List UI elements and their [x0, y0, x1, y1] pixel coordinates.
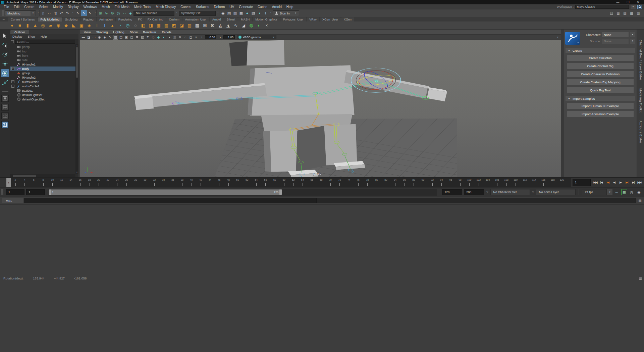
toggle-channel-box-icon[interactable]: ▥: [635, 10, 641, 16]
poly-text-icon[interactable]: T: [94, 22, 100, 29]
workspace-lock-icon[interactable]: [637, 5, 642, 9]
playback-end-field[interactable]: 120: [442, 189, 462, 195]
timeline-ruler[interactable]: 2468101214161820222426283032343638404244…: [6, 178, 571, 187]
snowflake-icon[interactable]: ◌: [132, 22, 139, 29]
poly-cylinder-icon[interactable]: ▮: [24, 22, 31, 29]
outliner-horizontal-scrollbar[interactable]: [10, 174, 75, 177]
character-set-select[interactable]: No Character Set: [490, 189, 530, 195]
scroll-up-icon[interactable]: ▲: [75, 44, 78, 47]
create-control-rig-button[interactable]: Create Control Rig: [567, 63, 634, 69]
render-current-frame-icon[interactable]: ▤: [226, 10, 232, 16]
grid-toggle-corner-icon[interactable]: ▦: [639, 276, 644, 280]
symmetry-field[interactable]: Symmetry: Off: [179, 11, 216, 16]
viewport-3d-scene[interactable]: persp: [80, 40, 561, 177]
select-tool[interactable]: [1, 32, 9, 40]
delete-history-icon[interactable]: ×: [263, 22, 270, 29]
outliner-item-body[interactable]: +Body: [10, 67, 75, 71]
play-backwards-button[interactable]: ◀: [611, 179, 617, 185]
shelf-tab-animation-user[interactable]: Animation_User: [182, 17, 209, 21]
outliner-item-nurbscircle4[interactable]: +nurbsCircle4: [10, 84, 75, 88]
animation-preferences-icon[interactable]: ◉: [636, 189, 642, 195]
outliner-menu-help[interactable]: Help: [38, 35, 50, 38]
menu-modify[interactable]: Modify: [51, 5, 65, 9]
menu-windows[interactable]: Windows: [81, 5, 99, 9]
launch-hypershade-icon[interactable]: ◑: [256, 10, 262, 16]
menu-select[interactable]: Select: [37, 5, 51, 9]
safe-action-icon[interactable]: ◱: [140, 35, 145, 40]
bookmark-icon[interactable]: ◉: [97, 35, 102, 40]
menu-mesh-tools[interactable]: Mesh Tools: [132, 5, 153, 9]
anim-layer-select[interactable]: No Anim Layer: [536, 189, 576, 195]
poly-helix-icon[interactable]: ◈: [86, 22, 93, 29]
poly-pyramid-icon[interactable]: ◣: [70, 22, 77, 29]
render-settings-icon[interactable]: ▧: [250, 10, 256, 16]
step-forward-frame-button[interactable]: ▶|: [630, 179, 636, 185]
measure-icon[interactable]: ◢: [240, 22, 247, 29]
lasso-tool[interactable]: [1, 41, 9, 49]
outliner-vertical-scrollbar[interactable]: ▲ ▼: [75, 44, 78, 174]
rotate-tool[interactable]: [1, 69, 9, 77]
workspace-caret-icon[interactable]: ▼: [631, 5, 636, 9]
source-caret-icon[interactable]: ▼: [630, 39, 635, 44]
expand-icon[interactable]: +: [11, 67, 14, 70]
shelf-tab-animation[interactable]: Animation: [97, 17, 115, 21]
new-scene-icon[interactable]: ▯: [40, 10, 46, 16]
reduce-icon[interactable]: ◪: [178, 22, 185, 29]
command-line-language-button[interactable]: MEL: [2, 198, 23, 203]
outliner-expand-icon[interactable]: [11, 40, 14, 43]
isolate-select-icon[interactable]: ◻: [188, 35, 193, 40]
outliner-menu-display[interactable]: Display: [10, 35, 25, 38]
current-frame-marker[interactable]: 1: [6, 178, 11, 187]
expand-icon[interactable]: +: [11, 85, 14, 88]
pendulum-icon[interactable]: ◔: [117, 22, 123, 29]
paint-select-tool[interactable]: [1, 50, 9, 58]
right-tab-modeling-toolkit[interactable]: Modeling Toolkit: [639, 88, 642, 113]
redo-icon[interactable]: ↷: [64, 10, 70, 16]
viewport-menu-show[interactable]: Show: [127, 30, 141, 34]
toggle-tool-settings-icon[interactable]: ▩: [629, 10, 635, 16]
right-tab-channel-box-layer-editor[interactable]: Channel Box / Layer Editor: [639, 40, 642, 80]
open-scene-icon[interactable]: ▱: [46, 10, 52, 16]
source-select[interactable]: None: [602, 39, 629, 44]
pause-viewport-icon[interactable]: ‖: [262, 10, 268, 16]
shelf-tab-mash[interactable]: MASH: [238, 17, 252, 21]
smooth-icon[interactable]: ◩: [171, 22, 177, 29]
shelf-tab-curves-surfaces[interactable]: Curves / Surfaces: [8, 17, 38, 21]
play-forwards-button[interactable]: ▶: [618, 179, 624, 185]
range-grip[interactable]: [1, 189, 3, 195]
timeline-settings-icon[interactable]: ▦: [621, 189, 627, 195]
script-editor-icon[interactable]: ▤: [637, 198, 643, 203]
outliner-item-front[interactable]: front: [10, 53, 75, 58]
gamma-icon[interactable]: ◑: [217, 35, 222, 40]
snap-curve-icon[interactable]: ∿: [103, 10, 109, 16]
shadows-icon[interactable]: ▒: [172, 35, 177, 40]
outliner-item-group[interactable]: group: [10, 71, 75, 75]
live-surface-field[interactable]: No Live Surface: [133, 11, 174, 16]
safe-title-icon[interactable]: T: [145, 35, 150, 40]
two-pane-layout-button[interactable]: [1, 113, 9, 119]
extract-icon[interactable]: ▨: [186, 22, 193, 29]
toggle-attribute-editor-icon[interactable]: ▨: [622, 10, 628, 16]
menu-arnold[interactable]: Arnold: [270, 5, 284, 9]
grid-toggle-icon[interactable]: ▦: [113, 35, 118, 40]
section-header-create[interactable]: ▼Create: [566, 48, 635, 53]
outliner-item-ikhandle1[interactable]: ikHandle1: [10, 62, 75, 67]
boolean-icon[interactable]: ▩: [194, 22, 201, 29]
create-skeleton-button[interactable]: Create Skeleton: [567, 55, 634, 61]
viewport-menu-shading[interactable]: Shading: [93, 30, 110, 34]
character-caret-icon[interactable]: ▼: [630, 32, 635, 37]
target-weld-icon[interactable]: ◮: [225, 22, 231, 29]
shelf-tab-arnold[interactable]: Arnold: [210, 17, 224, 21]
motion-blur-icon[interactable]: ◌: [183, 35, 188, 40]
quick-rig-tool-button[interactable]: Quick Rig Tool: [567, 87, 634, 93]
character-right-leg[interactable]: [324, 124, 357, 166]
outliner-item-side[interactable]: side: [10, 58, 75, 62]
menu-cache[interactable]: Cache: [255, 5, 270, 9]
outliner-item-top[interactable]: top: [10, 49, 75, 53]
scale-tool[interactable]: [1, 79, 9, 87]
poly-plane-icon[interactable]: ▰: [47, 22, 54, 29]
shelf-tab-polygons-user[interactable]: Polygons_User: [280, 17, 306, 21]
outliner-item-ikhandle2[interactable]: ikHandle2: [10, 75, 75, 80]
auto-keyframe-icon[interactable]: ◷: [629, 189, 635, 195]
shelf-tab-xgen-user[interactable]: XGen_User: [320, 17, 341, 21]
